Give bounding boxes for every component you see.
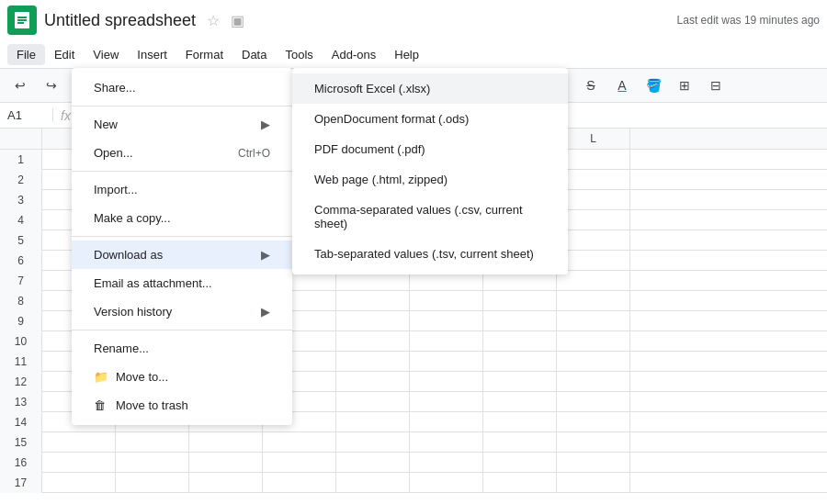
cell-F15[interactable]	[116, 432, 189, 453]
cell-L4[interactable]	[557, 210, 630, 230]
cell-L17[interactable]	[557, 473, 630, 493]
row-number-5[interactable]: 5	[0, 230, 42, 251]
row-number-4[interactable]: 4	[0, 210, 42, 230]
cell-L6[interactable]	[557, 251, 630, 271]
menu-view[interactable]: View	[84, 44, 128, 65]
cell-J12[interactable]	[410, 372, 483, 392]
cell-J16[interactable]	[410, 453, 483, 473]
cell-I9[interactable]	[336, 311, 410, 331]
download-csv[interactable]: Comma-separated values (.csv, current sh…	[292, 195, 568, 239]
cell-I14[interactable]	[336, 412, 410, 432]
menu-new[interactable]: New ▶	[72, 110, 292, 139]
cell-I11[interactable]	[336, 352, 410, 372]
cell-J10[interactable]	[410, 331, 483, 352]
row-number-8[interactable]: 8	[0, 291, 42, 311]
download-html[interactable]: Web page (.html, zipped)	[292, 164, 568, 195]
row-number-1[interactable]: 1	[0, 150, 42, 170]
cell-L1[interactable]	[557, 150, 630, 170]
download-xlsx[interactable]: Microsoft Excel (.xlsx)	[292, 73, 568, 104]
menu-addons[interactable]: Add-ons	[323, 44, 385, 65]
cell-G15[interactable]	[189, 432, 263, 453]
cell-J11[interactable]	[410, 352, 483, 372]
cell-K15[interactable]	[483, 432, 557, 453]
cell-I10[interactable]	[336, 331, 410, 352]
cell-L9[interactable]	[557, 311, 630, 331]
row-number-9[interactable]: 9	[0, 311, 42, 331]
cell-I17[interactable]	[336, 473, 410, 493]
cell-L12[interactable]	[557, 372, 630, 392]
cell-K16[interactable]	[483, 453, 557, 473]
undo-button[interactable]: ↩	[7, 73, 33, 98]
star-icon[interactable]: ☆	[207, 12, 220, 29]
cell-J15[interactable]	[410, 432, 483, 453]
cell-L13[interactable]	[557, 392, 630, 412]
cell-G17[interactable]	[189, 473, 263, 493]
cell-L3[interactable]	[557, 190, 630, 210]
row-number-7[interactable]: 7	[0, 271, 42, 291]
menu-file[interactable]: File	[7, 44, 45, 65]
strikethrough-button[interactable]: S	[578, 73, 604, 98]
fill-color-button[interactable]: 🪣	[640, 73, 666, 98]
text-color-button[interactable]: A	[609, 73, 635, 98]
row-number-10[interactable]: 10	[0, 331, 42, 352]
cell-J9[interactable]	[410, 311, 483, 331]
cell-J8[interactable]	[410, 291, 483, 311]
cell-F16[interactable]	[116, 453, 189, 473]
row-number-2[interactable]: 2	[0, 170, 42, 190]
menu-edit[interactable]: Edit	[45, 44, 84, 65]
row-number-14[interactable]: 14	[0, 412, 42, 432]
cell-J14[interactable]	[410, 412, 483, 432]
cell-L11[interactable]	[557, 352, 630, 372]
redo-button[interactable]: ↪	[39, 73, 64, 98]
cell-K10[interactable]	[483, 331, 557, 352]
menu-share[interactable]: Share...	[72, 73, 292, 102]
menu-format[interactable]: Format	[176, 44, 232, 65]
cell-H17[interactable]	[263, 473, 336, 493]
cell-J17[interactable]	[410, 473, 483, 493]
cell-H16[interactable]	[263, 453, 336, 473]
row-number-16[interactable]: 16	[0, 453, 42, 473]
cell-E16[interactable]	[42, 453, 116, 473]
cell-L8[interactable]	[557, 291, 630, 311]
cell-I12[interactable]	[336, 372, 410, 392]
download-tsv[interactable]: Tab-separated values (.tsv, current shee…	[292, 239, 568, 269]
folder-icon[interactable]: ▣	[231, 12, 244, 29]
menu-open[interactable]: Open... Ctrl+O	[72, 139, 292, 167]
row-number-12[interactable]: 12	[0, 372, 42, 392]
cell-H15[interactable]	[263, 432, 336, 453]
cell-J13[interactable]	[410, 392, 483, 412]
menu-data[interactable]: Data	[232, 44, 276, 65]
row-number-6[interactable]: 6	[0, 251, 42, 271]
merge-cells-button[interactable]: ⊟	[703, 73, 729, 98]
cell-K8[interactable]	[483, 291, 557, 311]
cell-L15[interactable]	[557, 432, 630, 453]
menu-download-as[interactable]: Download as ▶	[72, 241, 292, 269]
menu-tools[interactable]: Tools	[276, 44, 322, 65]
cell-L7[interactable]	[557, 271, 630, 291]
menu-move-to[interactable]: 📁 Move to...	[72, 363, 292, 391]
cell-I13[interactable]	[336, 392, 410, 412]
menu-help[interactable]: Help	[385, 44, 428, 65]
cell-L16[interactable]	[557, 453, 630, 473]
cell-K12[interactable]	[483, 372, 557, 392]
cell-I8[interactable]	[336, 291, 410, 311]
cell-L2[interactable]	[557, 170, 630, 190]
cell-L10[interactable]	[557, 331, 630, 352]
row-number-15[interactable]: 15	[0, 432, 42, 453]
menu-insert[interactable]: Insert	[128, 44, 176, 65]
cell-K13[interactable]	[483, 392, 557, 412]
cell-K9[interactable]	[483, 311, 557, 331]
cell-I15[interactable]	[336, 432, 410, 453]
menu-email-attachment[interactable]: Email as attachment...	[72, 269, 292, 297]
cell-G16[interactable]	[189, 453, 263, 473]
menu-make-copy[interactable]: Make a copy...	[72, 204, 292, 232]
col-header-l[interactable]: L	[557, 129, 630, 149]
menu-import[interactable]: Import...	[72, 175, 292, 204]
row-number-17[interactable]: 17	[0, 473, 42, 493]
row-number-11[interactable]: 11	[0, 352, 42, 372]
cell-I16[interactable]	[336, 453, 410, 473]
row-number-3[interactable]: 3	[0, 190, 42, 210]
cell-E17[interactable]	[42, 473, 116, 493]
cell-L14[interactable]	[557, 412, 630, 432]
cell-F17[interactable]	[116, 473, 189, 493]
